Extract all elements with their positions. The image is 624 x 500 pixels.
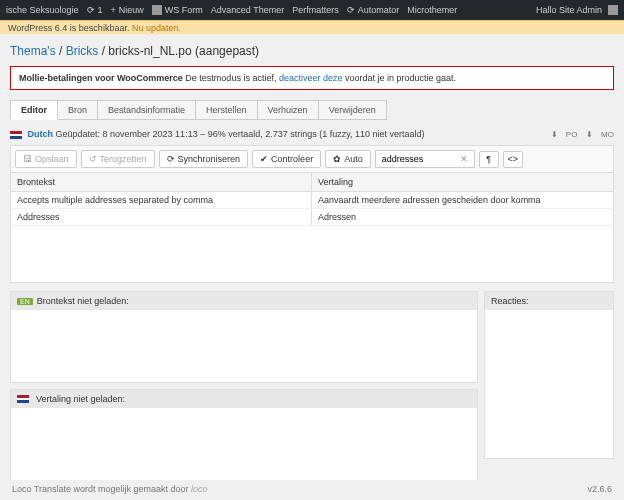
automator-link[interactable]: ⟳ Automator <box>347 5 400 15</box>
comments-area[interactable] <box>485 310 613 458</box>
comments-panel-title: Reacties: <box>491 296 529 306</box>
loco-brand[interactable]: loco <box>191 484 208 494</box>
perfmatters-link[interactable]: Perfmatters <box>292 5 339 15</box>
cell-source: Accepts multiple addresses separated by … <box>11 192 312 208</box>
avatar[interactable] <box>608 5 618 15</box>
filter-input[interactable]: addresses ✕ <box>375 150 475 168</box>
revert-icon: ↺ <box>89 155 97 164</box>
editor-toolbar: 🖫 Opslaan ↺ Terugzetten ⟳ Synchroniseren… <box>10 145 614 173</box>
col-header-translation[interactable]: Vertaling <box>312 173 613 191</box>
wp-update-banner: WordPress 6.4 is beschikbaar. Nu updaten… <box>0 20 624 34</box>
auto-icon: ✿ <box>333 155 341 164</box>
download-po-button[interactable]: ⬇ PO <box>551 130 578 139</box>
pilcrow-icon: ¶ <box>486 155 491 164</box>
update-prefix: WordPress 6.4 <box>8 23 67 33</box>
site-name[interactable]: ische Seksuologie <box>6 5 79 15</box>
cell-source: Addresses <box>11 209 312 225</box>
badge-icon: EN <box>17 298 33 305</box>
admin-bar: ische Seksuologie ⟳ 1 + Nieuw WS Form Ad… <box>0 0 624 20</box>
clear-filter-icon[interactable]: ✕ <box>460 155 468 164</box>
table-row[interactable]: Accepts multiple addresses separated by … <box>11 192 613 209</box>
tab-bestandsinfo[interactable]: Bestandsinformatie <box>97 100 196 120</box>
source-panel-title: Brontekst niet geladen: <box>37 296 129 306</box>
tab-bron[interactable]: Bron <box>57 100 98 120</box>
update-stats: Geüpdatet: 8 november 2023 11:13 – 96% v… <box>56 129 425 139</box>
check-icon: ✔ <box>260 155 268 164</box>
comments-panel: Reacties: <box>484 291 614 459</box>
update-icon: ⟳ <box>87 6 95 15</box>
translation-meta: Dutch Geüpdatet: 8 november 2023 11:13 –… <box>10 126 614 145</box>
deactivate-test-link[interactable]: deactiveer deze <box>279 73 343 83</box>
mollie-test-notice: Mollie-betalingen voor WooCommerce De te… <box>10 66 614 90</box>
translation-panel-title: Vertaling niet geladen: <box>36 394 125 404</box>
strings-table: Brontekst Vertaling Accepts multiple add… <box>10 173 614 283</box>
breadcrumb-bricks[interactable]: Bricks <box>66 44 99 58</box>
filter-value: addresses <box>382 154 424 164</box>
auto-button[interactable]: ✿ Auto <box>325 150 371 168</box>
loco-tabs: Editor Bron Bestandsinformatie Herstelle… <box>10 100 614 120</box>
dutch-flag-icon <box>10 131 22 139</box>
translation-panel: Vertaling niet geladen: <box>10 389 478 481</box>
new-menu[interactable]: + Nieuw <box>111 5 144 15</box>
loco-footer: Loco Translate wordt mogelijk gemaakt do… <box>0 480 624 500</box>
loco-version: v2.6.6 <box>587 484 612 494</box>
source-text-area[interactable] <box>11 310 477 382</box>
table-row[interactable]: Addresses Adressen <box>11 209 613 226</box>
advanced-themer-link[interactable]: Advanced Themer <box>211 5 284 15</box>
breadcrumb-current: bricks-nl_NL.po (aangepast) <box>108 44 259 58</box>
check-button[interactable]: ✔ Controleer <box>252 150 321 168</box>
cell-translation: Aanvaardt meerdere adressen gescheiden d… <box>312 192 613 208</box>
sync-icon: ⟳ <box>167 155 175 164</box>
breadcrumb-themas[interactable]: Thema's <box>10 44 56 58</box>
footer-text: Loco Translate wordt mogelijk gemaakt do… <box>12 484 191 494</box>
source-text-panel: EN Brontekst niet geladen: <box>10 291 478 383</box>
user-greeting[interactable]: Hallo Site Admin <box>536 5 602 15</box>
notice-title: Mollie-betalingen voor WooCommerce <box>19 73 183 83</box>
wsform-icon <box>152 5 162 15</box>
download-mo-button[interactable]: ⬇ MO <box>586 130 614 139</box>
pilcrow-button[interactable]: ¶ <box>479 151 499 168</box>
sync-button[interactable]: ⟳ Synchroniseren <box>159 150 249 168</box>
save-icon: 🖫 <box>23 155 32 164</box>
microthemer-link[interactable]: Microthemer <box>407 5 457 15</box>
update-now-link[interactable]: Nu updaten. <box>132 23 181 33</box>
language-name: Dutch <box>28 129 54 139</box>
dutch-flag-icon <box>17 395 29 403</box>
translation-text-area[interactable] <box>11 408 477 480</box>
cell-translation: Adressen <box>312 209 613 225</box>
wsform-link[interactable]: WS Form <box>152 5 203 15</box>
col-header-source[interactable]: Brontekst <box>11 173 312 191</box>
updates-indicator[interactable]: ⟳ 1 <box>87 5 103 15</box>
tab-herstellen[interactable]: Herstellen <box>195 100 258 120</box>
code-view-button[interactable]: <> <box>503 151 523 168</box>
tab-verwijderen[interactable]: Verwijderen <box>318 100 387 120</box>
revert-button[interactable]: ↺ Terugzetten <box>81 150 155 168</box>
save-button[interactable]: 🖫 Opslaan <box>15 150 77 168</box>
tab-editor[interactable]: Editor <box>10 100 58 120</box>
breadcrumb: Thema's / Bricks / bricks-nl_NL.po (aang… <box>10 38 614 66</box>
automator-icon: ⟳ <box>347 6 355 15</box>
tab-verhuizen[interactable]: Verhuizen <box>257 100 319 120</box>
updates-count: 1 <box>98 5 103 15</box>
code-icon: <> <box>507 155 518 164</box>
